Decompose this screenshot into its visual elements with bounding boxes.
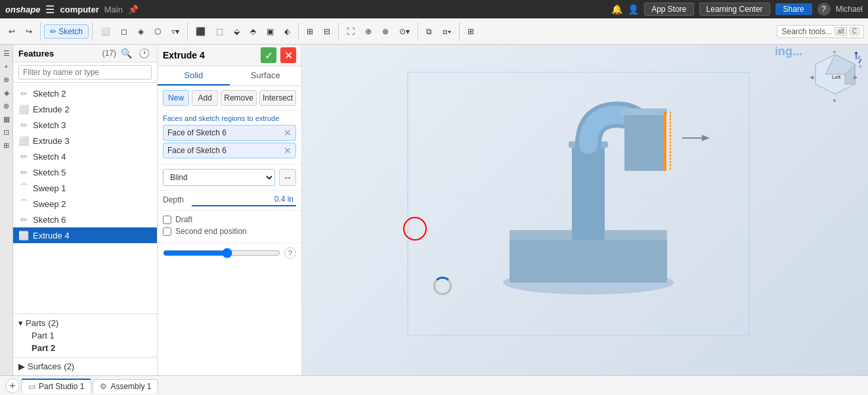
part-item-1[interactable]: Part 1 [13, 329, 157, 342]
face-item-1-label: Face of Sketch 6 [167, 128, 227, 137]
mode-remove[interactable]: Remove [221, 90, 257, 106]
tb-icon-2[interactable]: ◻ [116, 24, 132, 39]
tb-icon-12[interactable]: ⊞ [302, 24, 318, 39]
tb-icon-14[interactable]: ⛶ [342, 24, 359, 39]
strip-btn-2[interactable]: + [1, 60, 12, 72]
tab-surface[interactable]: Surface [230, 66, 302, 85]
face-item-1-remove[interactable]: ✕ [284, 128, 292, 138]
feature-item-sweep2[interactable]: ⌒ Sweep 2 [13, 196, 157, 212]
tb-icon-6[interactable]: ⬛ [191, 24, 210, 39]
toolbar-divider-5 [338, 22, 339, 41]
strip-btn-8[interactable]: ⊞ [1, 139, 12, 151]
tb-icon-11[interactable]: ⬖ [280, 24, 295, 39]
measure-button[interactable]: ↔ [279, 169, 296, 186]
tb-icon-18[interactable]: ⧉ [422, 24, 437, 39]
second-end-checkbox[interactable] [163, 227, 171, 236]
help-icon[interactable]: ? [284, 247, 296, 259]
mode-intersect[interactable]: Intersect [259, 90, 296, 106]
tb-icon-16[interactable]: ⊗ [378, 24, 393, 39]
sketch-icon: ✏ [18, 168, 29, 177]
blind-select[interactable]: Blind [163, 169, 275, 186]
notify-icon[interactable]: 🔔 [611, 4, 622, 14]
face-item-2-remove[interactable]: ✕ [284, 145, 292, 156]
features-search-icon[interactable]: 🔍 [119, 47, 134, 59]
tb-icon-20[interactable]: ⊞ [463, 24, 479, 39]
part-item-2[interactable]: Part 2 [13, 342, 157, 354]
toolbar-divider-4 [298, 22, 299, 41]
tb-icon-1[interactable]: ⬜ [96, 24, 115, 39]
tb-icon-7[interactable]: ⬚ [211, 24, 228, 39]
feature-item-sweep1[interactable]: ⌒ Sweep 1 [13, 180, 157, 196]
slider-row: ? [158, 243, 301, 263]
strip-btn-3[interactable]: ⊕ [1, 74, 12, 85]
tb-icon-10[interactable]: ▣ [262, 24, 278, 39]
tb-icon-15[interactable]: ⊕ [360, 24, 376, 39]
tb-icon-19[interactable]: ⧈▾ [438, 24, 456, 39]
share-button[interactable]: Share [775, 3, 812, 15]
filter-input[interactable] [18, 65, 152, 80]
tb-icon-9[interactable]: ⬘ [246, 24, 261, 39]
feature-item-sketch3[interactable]: ✏ Sketch 3 [13, 117, 157, 133]
features-header: Features (17) 🔍 🕐 [13, 45, 157, 62]
tb-icon-4[interactable]: ⬡ [150, 24, 165, 39]
strip-btn-4[interactable]: ◈ [1, 87, 12, 99]
svg-rect-6 [572, 145, 605, 240]
view-cube[interactable]: Left Z Y ▲ ▼ ◀ ▶ [809, 51, 861, 104]
viewport[interactable]: Left Z Y ▲ ▼ ◀ ▶ ing... [302, 45, 868, 375]
feature-item-extrude3[interactable]: ⬜ Extrude 3 [13, 133, 157, 149]
features-count: (17) [102, 49, 116, 58]
feature-item-extrude4[interactable]: ⬜ Extrude 4 [13, 227, 157, 243]
tb-icon-17[interactable]: ⊙▾ [395, 24, 414, 39]
parts-count: (2) [48, 318, 58, 328]
mode-new[interactable]: New [163, 90, 189, 106]
strip-btn-6[interactable]: ▦ [1, 113, 12, 125]
slider[interactable] [163, 248, 280, 258]
draft-checkbox[interactable] [163, 216, 171, 224]
feature-item-sketch5[interactable]: ✏ Sketch 5 [13, 164, 157, 180]
shortcut-c: C [850, 27, 859, 35]
face-selection: Faces and sketch regions to extrude Face… [158, 110, 301, 165]
strip-btn-1[interactable]: ☰ [1, 47, 12, 59]
menu-icon[interactable]: ☰ [45, 3, 54, 16]
tab-solid[interactable]: Solid [158, 66, 230, 85]
strip-btn-5[interactable]: ⊗ [1, 100, 12, 112]
tab-part-studio-label: Part Studio 1 [39, 382, 84, 391]
mode-add[interactable]: Add [192, 90, 218, 106]
feature-label: Sketch 2 [33, 89, 66, 99]
tb-icon-13[interactable]: ⊟ [319, 24, 335, 39]
toolbar: ↩ ↪ ✏ Sketch ⬜ ◻ ◈ ⬡ ▿▾ ⬛ ⬚ ⬙ ⬘ ▣ ⬖ ⊞ ⊟ … [0, 18, 868, 45]
tb-icon-8[interactable]: ⬙ [229, 24, 244, 39]
feature-label: Sketch 4 [33, 152, 66, 162]
redo-button[interactable]: ↪ [21, 24, 37, 39]
add-tab-button[interactable]: + [5, 379, 20, 393]
view-cube-z-label: Z [857, 55, 861, 60]
sweep-icon: ⌒ [18, 182, 29, 194]
feature-item-sketch4[interactable]: ✏ Sketch 4 [13, 149, 157, 164]
sketch-button[interactable]: ✏ Sketch [44, 24, 89, 39]
tab-assembly-1[interactable]: ⚙ Assembly 1 [93, 379, 158, 393]
pin-icon[interactable]: 📌 [128, 5, 139, 14]
profile-icon[interactable]: 👤 [628, 4, 639, 14]
features-history-icon[interactable]: 🕐 [137, 47, 152, 59]
feature-item-sketch6[interactable]: ✏ Sketch 6 [13, 212, 157, 227]
help-button[interactable]: ? [817, 3, 831, 16]
depth-input[interactable] [192, 193, 296, 206]
feature-item-extrude2[interactable]: ⬜ Extrude 2 [13, 101, 157, 117]
parts-header[interactable]: ▾ Parts (2) [13, 317, 157, 329]
search-tools[interactable]: Search tools... alt C [777, 25, 864, 38]
extrude-tabs: Solid Surface [158, 66, 301, 86]
undo-button[interactable]: ↩ [4, 24, 20, 39]
feature-item-sketch2[interactable]: ✏ Sketch 2 [13, 85, 157, 101]
tab-part-studio-1[interactable]: ▭ Part Studio 1 [21, 379, 91, 393]
tb-icon-3[interactable]: ◈ [133, 24, 148, 39]
app-store-button[interactable]: App Store [644, 3, 693, 16]
bottom-bar: + ▭ Part Studio 1 ⚙ Assembly 1 [0, 375, 868, 395]
surfaces-header[interactable]: ▶ Surfaces (2) [13, 360, 157, 373]
learning-center-button[interactable]: Learning Center [699, 3, 770, 16]
extrude-confirm-button[interactable]: ✓ [261, 47, 276, 63]
tb-icon-5[interactable]: ▿▾ [167, 24, 184, 39]
strip-btn-7[interactable]: ⊡ [1, 126, 12, 138]
branch-label: Main [104, 5, 123, 14]
checkboxes: Draft Second end position [158, 211, 301, 243]
extrude-cancel-button[interactable]: ✕ [280, 47, 296, 63]
